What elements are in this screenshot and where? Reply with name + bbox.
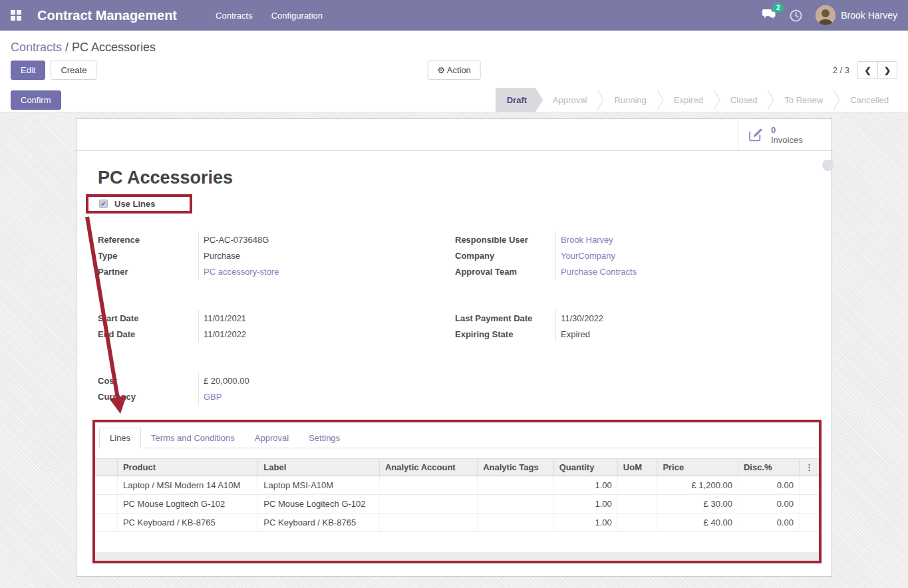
status-steps: Draft Approval Running Expired Closed To… [496, 88, 908, 112]
use-lines-checkbox[interactable]: ✔ [99, 200, 108, 208]
responsible-user-link[interactable]: Brook Harvey [561, 235, 613, 245]
cell-product: Laptop / MSI Modern 14 A10M [117, 476, 257, 495]
breadcrumb: Contracts / PC Accessories [0, 31, 908, 55]
activity-clock-icon[interactable] [790, 9, 802, 22]
optional-columns-icon[interactable]: ⋮ [799, 459, 819, 476]
step-separator-icon [713, 88, 720, 112]
edit-button[interactable]: Edit [11, 61, 45, 80]
cell-options [799, 476, 819, 495]
tab-terms-and-conditions[interactable]: Terms and Conditions [141, 428, 245, 448]
tab-settings[interactable]: Settings [299, 428, 350, 448]
column-header-analytic-account[interactable]: Analytic Account [379, 459, 477, 476]
confirm-button[interactable]: Confirm [11, 90, 61, 110]
field-responsible-user: Responsible User Brook Harvey [455, 231, 810, 247]
control-panel-buttons: Edit Create ⚙ Action 2 / 3 ❮ ❯ [0, 55, 908, 88]
table-row[interactable]: Laptop / MSI Modern 14 A10M Laptop MSI-A… [95, 476, 819, 495]
user-menu[interactable]: Brook Harvey [816, 5, 897, 25]
apps-grid-icon[interactable] [11, 10, 21, 21]
step-separator-icon [833, 88, 840, 112]
cell-product: PC Keyboard / KB-8765 [117, 514, 257, 532]
cell-analytic-account [379, 514, 477, 532]
gear-icon: ⚙ [437, 65, 445, 75]
avatar-placeholder-dot [822, 160, 833, 171]
nav-menu-configuration[interactable]: Configuration [271, 8, 323, 23]
cell-analytic-tags [478, 514, 554, 532]
status-step-expired[interactable]: Expired [664, 88, 713, 112]
info-group: Reference PC-AC-073648G Type Purchase Pa… [98, 231, 810, 279]
status-step-cancelled[interactable]: Cancelled [840, 88, 899, 112]
cell-analytic-tags [478, 476, 554, 495]
column-header-quantity[interactable]: Quantity [553, 459, 617, 476]
cell-analytic-tags [478, 495, 554, 514]
invoices-stat-button[interactable]: 0 Invoices [738, 119, 832, 150]
sheet-header: 0 Invoices [76, 119, 832, 151]
breadcrumb-separator: / [65, 41, 72, 54]
statusbar: Confirm Draft Approval Running Expired C… [0, 88, 908, 112]
field-label: Last Payment Date [455, 313, 555, 323]
cell-analytic-account [379, 495, 477, 514]
column-header-analytic-tags[interactable]: Analytic Tags [478, 459, 554, 476]
status-step-closed[interactable]: Closed [720, 88, 767, 112]
column-header-label[interactable]: Label [258, 459, 380, 476]
pager: 2 / 3 ❮ ❯ [833, 61, 897, 79]
cost-group: Cost £ 20,000.00 Currency GBP [98, 372, 810, 404]
field-label: Currency [98, 392, 198, 402]
create-button[interactable]: Create [51, 61, 96, 80]
cell-uom [617, 476, 657, 495]
invoices-label: Invoices [771, 135, 803, 145]
status-step-draft[interactable]: Draft [496, 88, 543, 112]
user-name: Brook Harvey [841, 10, 897, 21]
status-step-running[interactable]: Running [604, 88, 656, 112]
field-cost: Cost £ 20,000.00 [98, 372, 455, 388]
partner-link[interactable]: PC accessory-store [204, 267, 279, 277]
cell-price: £ 40.00 [657, 514, 738, 532]
row-handle-cell [95, 514, 117, 532]
column-header-product[interactable]: Product [117, 459, 257, 476]
cell-uom [617, 514, 657, 532]
tab-approval[interactable]: Approval [245, 428, 299, 448]
company-link[interactable]: YourCompany [561, 251, 615, 261]
field-label: Start Date [98, 313, 198, 323]
nav-menu-contracts[interactable]: Contracts [216, 8, 253, 23]
field-label: Partner [98, 267, 198, 277]
step-separator-icon [597, 88, 604, 112]
field-reference: Reference PC-AC-073648G [98, 231, 455, 247]
messages-menu[interactable]: 2 [762, 8, 776, 23]
field-value: 11/30/2022 [561, 313, 603, 323]
cell-quantity: 1.00 [553, 476, 617, 495]
tab-lines[interactable]: Lines [99, 428, 141, 448]
dates-group: Start Date 11/01/2021 End Date 11/01/202… [98, 310, 810, 342]
breadcrumb-contracts-link[interactable]: Contracts [11, 41, 62, 54]
cell-label: PC Mouse Logitech G-102 [258, 495, 380, 514]
table-row[interactable]: PC Keyboard / KB-8765 PC Keyboard / KB-8… [95, 514, 819, 532]
currency-link[interactable]: GBP [204, 392, 222, 402]
invoices-count: 0 [771, 125, 803, 135]
status-step-approval[interactable]: Approval [543, 88, 597, 112]
table-row[interactable]: PC Mouse Logitech G-102 PC Mouse Logitec… [95, 495, 819, 514]
column-header-uom[interactable]: UoM [617, 459, 657, 476]
cell-product: PC Mouse Logitech G-102 [117, 495, 257, 514]
edit-note-icon [746, 126, 764, 143]
field-value: 11/01/2021 [204, 313, 246, 323]
column-header-disc[interactable]: Disc.% [738, 459, 799, 476]
field-end-date: End Date 11/01/2022 [98, 326, 455, 342]
column-header-price[interactable]: Price [657, 459, 738, 476]
use-lines-annotation-box: ✔ Use Lines [86, 194, 192, 214]
cell-analytic-account [379, 476, 477, 495]
approval-team-link[interactable]: Purchase Contracts [561, 267, 637, 277]
cell-disc: 0.00 [738, 476, 799, 495]
action-button[interactable]: ⚙ Action [427, 61, 481, 80]
chevron-left-icon: ❮ [864, 66, 871, 75]
status-step-to-renew[interactable]: To Renew [774, 88, 833, 112]
field-value: Purchase [204, 251, 240, 261]
table-header-row: Product Label Analytic Account Analytic … [95, 459, 819, 476]
pager-next-button[interactable]: ❯ [877, 61, 897, 79]
field-value: 11/01/2022 [204, 329, 246, 339]
field-value: Expired [561, 329, 590, 339]
field-start-date: Start Date 11/01/2021 [98, 310, 455, 326]
app-brand-title[interactable]: Contract Management [37, 8, 177, 23]
field-value: PC-AC-073648G [204, 235, 269, 245]
breadcrumb-current: PC Accessories [72, 41, 156, 54]
handle-column-header [95, 459, 117, 476]
pager-previous-button[interactable]: ❮ [857, 61, 877, 79]
